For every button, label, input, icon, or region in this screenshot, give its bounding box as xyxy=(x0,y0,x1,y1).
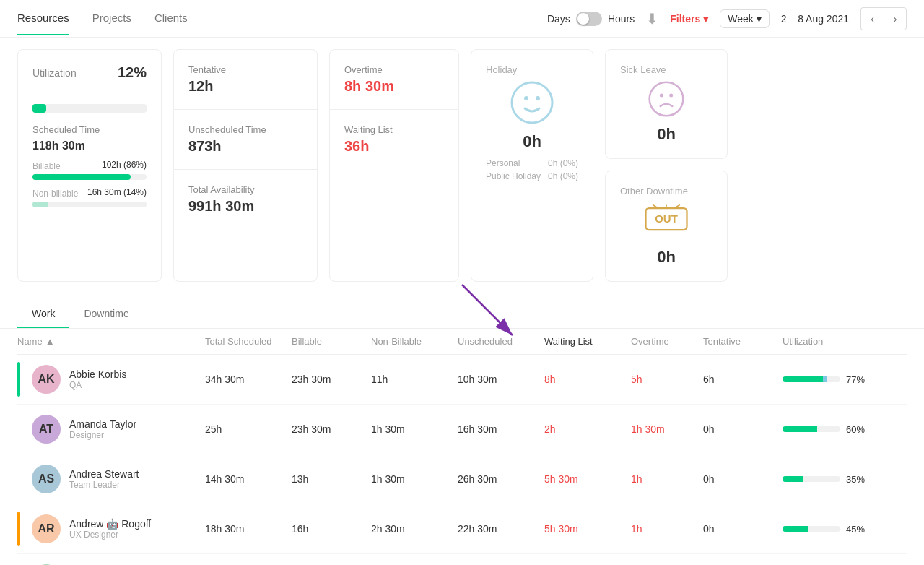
utilization-bar xyxy=(32,104,147,113)
tentative-cell: 6h xyxy=(703,374,783,385)
total-availability-card: Total Availability 991h 30m xyxy=(174,170,317,229)
utilization-title: Utilization xyxy=(32,67,77,79)
sick-leave-value: 0h xyxy=(657,125,676,144)
svg-point-2 xyxy=(536,96,540,100)
person-cell: AR Andrew 🤖 Rogoff UX Designer xyxy=(17,512,205,546)
person-role: UX Designer xyxy=(69,530,151,540)
nav-tab-resources[interactable]: Resources xyxy=(17,1,69,35)
row-accent xyxy=(17,362,20,397)
nav-tab-projects[interactable]: Projects xyxy=(92,1,131,35)
person-role: QA xyxy=(69,380,126,390)
total-scheduled-cell: 25h xyxy=(205,423,292,435)
unscheduled-value: 873h xyxy=(188,138,302,155)
row-accent xyxy=(17,512,20,546)
col-name-label: Name xyxy=(17,336,43,347)
person-info: Amanda Taylor Designer xyxy=(69,418,136,440)
holiday-sub: Personal 0h (0%) Public Holiday 0h (0%) xyxy=(486,158,578,181)
tabs-area: Work Downtime xyxy=(0,299,924,329)
overtime-card: Overtime 8h 30m xyxy=(330,50,458,110)
sad-face-icon xyxy=(648,81,684,119)
week-label: Week xyxy=(728,13,754,25)
week-select[interactable]: Week ▾ xyxy=(720,9,770,28)
col-waiting-list: Waiting List xyxy=(544,336,631,347)
overtime-value: 8h 30m xyxy=(344,78,444,95)
unscheduled-title: Unscheduled Time xyxy=(188,124,302,135)
table-header: Name ▲ Total Scheduled Billable Non-Bill… xyxy=(17,329,907,355)
holiday-emoji xyxy=(486,81,578,126)
billable-label: Billable xyxy=(32,161,61,171)
toggle-knob xyxy=(578,13,589,25)
nonbillable-bar xyxy=(32,202,147,207)
tentative-cell: 0h xyxy=(703,473,783,485)
table-body: AK Abbie Korbis QA 34h 30m 23h 30m 11h 1… xyxy=(17,355,907,565)
unscheduled-cell: 10h 30m xyxy=(458,374,544,385)
week-chevron-icon: ▾ xyxy=(757,13,762,25)
sick-leave-card: Sick Leave 0h xyxy=(605,49,728,159)
utilization-cell: 45% xyxy=(783,524,876,535)
billable-row: Billable 102h (86%) xyxy=(32,160,147,180)
prev-week-button[interactable]: ‹ xyxy=(860,7,884,30)
utilization-cell: 35% xyxy=(783,474,876,485)
tentative-cell: 0h xyxy=(703,423,783,435)
next-week-button[interactable]: › xyxy=(884,7,907,30)
table-row[interactable]: AR Andrew 🤖 Rogoff UX Designer 18h 30m 1… xyxy=(17,504,907,554)
filter-chevron-icon: ▾ xyxy=(703,13,708,25)
waiting-list-card: Waiting List 36h xyxy=(330,110,458,169)
row-accent-empty xyxy=(17,412,20,447)
svg-text:OUT: OUT xyxy=(655,212,678,225)
svg-point-4 xyxy=(660,94,663,98)
col-name[interactable]: Name ▲ xyxy=(17,336,205,347)
top-nav: Resources Projects Clients Days Hours ⬇ … xyxy=(0,0,924,38)
utilization-bar-fill xyxy=(32,104,46,113)
util-pct-text: 35% xyxy=(846,474,865,485)
avatar: AK xyxy=(32,365,61,394)
waiting-list-cell: 8h xyxy=(544,374,631,385)
person-name: Abbie Korbis xyxy=(69,368,126,380)
avatar: AR xyxy=(32,514,61,543)
util-pct-text: 60% xyxy=(846,424,865,435)
overtime-cell: 1h 30m xyxy=(631,423,703,435)
row-accent-empty xyxy=(17,462,20,496)
middle-stats-card: Tentative 12h Unscheduled Time 873h Tota… xyxy=(173,49,318,282)
hours-label: Hours xyxy=(608,13,635,25)
row-accent-empty xyxy=(17,561,20,565)
scheduled-time-value: 118h 30m xyxy=(32,139,147,152)
filter-label: Filters xyxy=(670,13,700,25)
util-bar-green xyxy=(783,426,817,432)
total-availability-title: Total Availability xyxy=(188,184,302,195)
overtime-cell: 1h xyxy=(631,523,703,535)
public-holiday-label: Public Holiday xyxy=(486,171,541,181)
table-row[interactable]: AS Andrea Stewart Team Leader 14h 30m 13… xyxy=(17,454,907,504)
nonbillable-cell: 11h xyxy=(371,374,458,385)
nonbillable-cell: 2h 30m xyxy=(371,523,458,535)
overtime-cell: 1h xyxy=(631,473,703,485)
filter-button[interactable]: Filters ▾ xyxy=(670,13,708,25)
sort-icon: ▲ xyxy=(45,336,55,347)
days-hours-toggle[interactable] xyxy=(576,12,602,26)
right-stats-group: Sick Leave 0h Other Downtime OUT xyxy=(605,49,728,282)
out-sign-icon: OUT xyxy=(645,202,688,242)
nav-tab-clients[interactable]: Clients xyxy=(154,1,188,35)
col-unscheduled: Unscheduled xyxy=(458,336,544,347)
table-row[interactable]: AK Abbie Korbis QA 34h 30m 23h 30m 11h 1… xyxy=(17,355,907,405)
tab-downtime[interactable]: Downtime xyxy=(69,299,143,328)
person-name: Amanda Taylor xyxy=(69,418,136,430)
util-bar-blue xyxy=(823,376,827,382)
person-role: Designer xyxy=(69,430,136,440)
nonbillable-cell: 1h 30m xyxy=(371,423,458,435)
download-button[interactable]: ⬇ xyxy=(646,10,658,27)
nonbillable-row: Non-billable 16h 30m (14%) xyxy=(32,187,147,207)
unscheduled-cell: 22h 30m xyxy=(458,523,544,535)
holiday-value: 0h xyxy=(486,132,578,151)
col-billable: Billable xyxy=(292,336,371,347)
table-row[interactable]: AR Anthea Riley Front End Developer 19h … xyxy=(17,554,907,565)
holiday-title: Holiday xyxy=(486,64,578,75)
tab-work[interactable]: Work xyxy=(17,299,69,328)
person-name: Andrew 🤖 Rogoff xyxy=(69,518,151,530)
col-total-scheduled: Total Scheduled xyxy=(205,336,292,347)
person-cell: AS Andrea Stewart Team Leader xyxy=(17,462,205,496)
other-downtime-title: Other Downtime xyxy=(620,186,688,197)
col-overtime: Overtime xyxy=(631,336,703,347)
table-row[interactable]: AT Amanda Taylor Designer 25h 23h 30m 1h… xyxy=(17,405,907,454)
billable-value: 102h (86%) xyxy=(102,160,147,170)
